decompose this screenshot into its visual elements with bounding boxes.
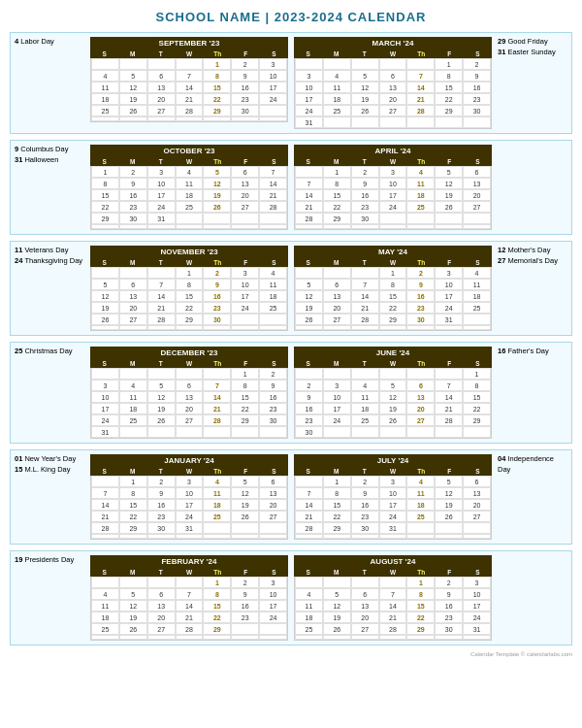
month-calendar-may24: MAY '24SMTWThFS1234567891011121314151617…: [294, 246, 492, 331]
page-title: SCHOOL NAME | 2023-2024 CALENDAR: [10, 10, 572, 24]
month-calendar-sep23: SEPTEMBER '23SMTWThFS1234567891011121314…: [90, 37, 288, 129]
month-calendar-jun24: JUNE '24SMTWThFS123456789101112131415161…: [294, 347, 492, 439]
month-calendar-nov23: NOVEMBER '23SMTWThFS12345678910111213141…: [90, 246, 288, 331]
left-events-jan24: 01 New Year's Day15 M.L. King Day: [15, 454, 84, 540]
left-events-sep23: 4 Labor Day: [15, 37, 84, 129]
month-calendar-apr24: APRIL '24SMTWThFS12345678910111213141516…: [294, 145, 492, 230]
left-events-oct23: 9 Columbus Day31 Halloween: [15, 145, 84, 230]
month-pair: 4 Labor DaySEPTEMBER '23SMTWThFS12345678…: [10, 32, 572, 134]
right-events-jun24: 16 Father's Day: [498, 347, 567, 439]
right-events-may24: 12 Mother's Day27 Memorial's Day: [498, 246, 567, 331]
month-calendar-jan24: JANUARY '24SMTWThFS123456789101112131415…: [90, 454, 288, 540]
month-pair: 01 New Year's Day15 M.L. King DayJANUARY…: [10, 449, 572, 545]
footer-text: Calendar Template © calendarlabs.com: [10, 651, 572, 657]
month-calendar-dec23: DECEMBER '23SMTWThFS12345678910111213141…: [90, 347, 288, 439]
month-calendar-mar24: MARCH '24SMTWThFS12345678910111213141516…: [294, 37, 492, 129]
month-pair: 9 Columbus Day31 HalloweenOCTOBER '23SMT…: [10, 140, 572, 235]
month-pair: 11 Veterans Day24 Thanksgiving DayNOVEMB…: [10, 241, 572, 336]
right-events-jul24: 04 Independence Day: [498, 454, 567, 540]
month-pair: 25 Christmas DayDECEMBER '23SMTWThFS1234…: [10, 342, 572, 444]
month-calendar-oct23: OCTOBER '23SMTWThFS123456789101112131415…: [90, 145, 288, 230]
left-events-feb24: 19 Presidents Day: [15, 555, 84, 641]
right-events-empty: [498, 555, 567, 641]
right-events-mar24: 29 Good Friday31 Easter Sunday: [498, 37, 567, 129]
left-events-nov23: 11 Veterans Day24 Thanksgiving Day: [15, 246, 84, 331]
month-calendar-feb24: FEBRUARY '24SMTWThFS12345678910111213141…: [90, 555, 288, 641]
left-events-dec23: 25 Christmas Day: [15, 347, 84, 439]
right-events-empty: [498, 145, 567, 230]
month-calendar-jul24: JULY '24SMTWThFS123456789101112131415161…: [294, 454, 492, 540]
month-calendar-aug24: AUGUST '24SMTWThFS1234567891011121314151…: [294, 555, 492, 641]
month-pair: 19 Presidents DayFEBRUARY '24SMTWThFS123…: [10, 550, 572, 645]
